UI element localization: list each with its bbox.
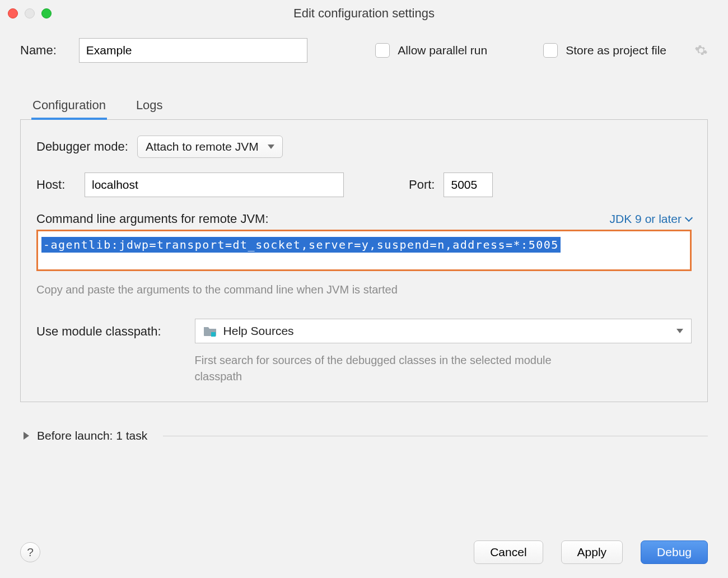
store-as-project-file-checkbox[interactable]: Store as project file [543, 43, 666, 58]
before-launch-label: Before launch: 1 task [37, 429, 147, 442]
allow-parallel-run-checkbox[interactable]: Allow parallel run [375, 43, 487, 58]
disclosure-triangle-icon [24, 432, 29, 440]
checkbox-icon [375, 43, 390, 58]
window-controls [8, 8, 52, 18]
configuration-panel: Debugger mode: Attach to remote JVM Host… [20, 119, 708, 402]
module-classpath-label: Use module classpath: [36, 319, 161, 339]
host-input[interactable] [85, 173, 344, 197]
dialog-button-bar: ? Cancel Apply Debug [0, 526, 728, 578]
jdk-version-dropdown[interactable]: JDK 9 or later [610, 212, 692, 226]
port-label: Port: [409, 178, 435, 192]
svg-rect-0 [211, 332, 216, 337]
module-classpath-select[interactable]: Help Sources [195, 319, 692, 343]
debugger-mode-value: Attach to remote JVM [146, 140, 259, 153]
tab-configuration[interactable]: Configuration [31, 94, 107, 120]
name-row: Name: Allow parallel run Store as projec… [20, 38, 708, 63]
tab-bar: Configuration Logs [20, 94, 708, 120]
tab-logs[interactable]: Logs [135, 94, 164, 120]
chevron-down-icon [268, 144, 274, 149]
close-window-button[interactable] [8, 8, 18, 18]
chevron-down-icon [685, 214, 693, 222]
cli-args-label: Command line arguments for remote JVM: [36, 212, 269, 226]
cli-args-value: -agentlib:jdwp=transport=dt_socket,serve… [41, 237, 561, 253]
name-label: Name: [20, 43, 57, 58]
port-input[interactable] [444, 173, 493, 197]
allow-parallel-run-label: Allow parallel run [398, 44, 487, 57]
checkbox-icon [543, 43, 558, 58]
cli-args-hint: Copy and paste the arguments to the comm… [36, 283, 692, 296]
title-bar: Edit configuration settings [0, 0, 728, 27]
maximize-window-button[interactable] [41, 8, 52, 18]
separator [163, 436, 708, 436]
help-button[interactable]: ? [20, 542, 40, 562]
chevron-down-icon [676, 329, 683, 333]
module-classpath-value: Help Sources [223, 324, 294, 338]
store-as-project-file-label: Store as project file [566, 44, 666, 57]
debugger-mode-select[interactable]: Attach to remote JVM [137, 136, 283, 158]
jdk-version-label: JDK 9 or later [610, 212, 682, 226]
debugger-mode-label: Debugger mode: [36, 139, 128, 154]
window-title: Edit configuration settings [0, 6, 728, 21]
name-input[interactable] [79, 38, 307, 63]
before-launch-section[interactable]: Before launch: 1 task [20, 429, 708, 442]
host-label: Host: [36, 178, 76, 192]
apply-button[interactable]: Apply [561, 540, 623, 564]
module-folder-icon [203, 325, 217, 337]
module-classpath-hint: First search for sources of the debugged… [195, 352, 564, 385]
minimize-window-button[interactable] [25, 8, 35, 18]
cancel-button[interactable]: Cancel [474, 540, 543, 564]
debug-button[interactable]: Debug [641, 540, 708, 564]
cli-args-field[interactable]: -agentlib:jdwp=transport=dt_socket,serve… [36, 230, 692, 271]
gear-icon[interactable] [694, 44, 708, 57]
